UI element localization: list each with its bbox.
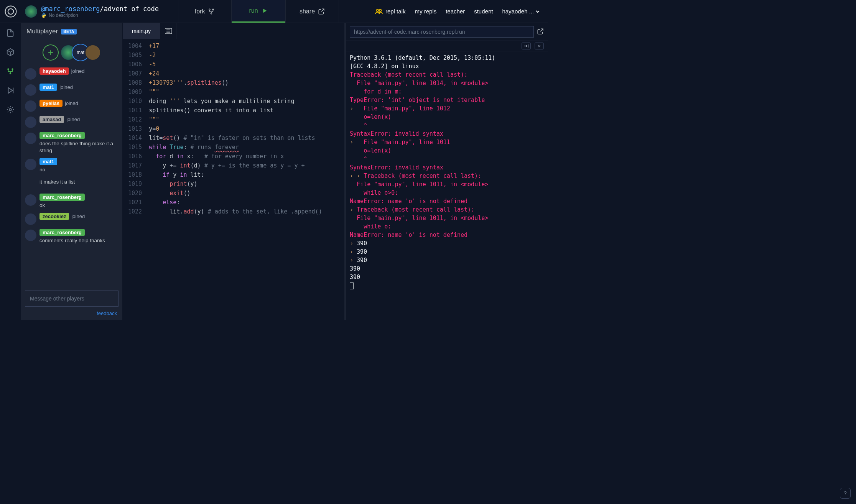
joined-label: joined (65, 100, 78, 106)
participant-avatar[interactable] (85, 44, 101, 61)
participant-avatars: + mat (21, 40, 122, 67)
terminal-output[interactable]: Python 3.6.1 (default, Dec 2015, 13:05:1… (346, 51, 548, 320)
chat-avatar (25, 68, 36, 80)
chat-message: amasadjoined (25, 116, 119, 128)
owner-link[interactable]: @marc_rosenberg (41, 5, 100, 13)
chat-message: hayaodehjoined (25, 67, 119, 80)
play-icon (261, 7, 268, 14)
multiplayer-title: Multiplayer (26, 28, 58, 35)
chat-log[interactable]: hayaodehjoinedmat1joinedpyeliasjoinedama… (21, 67, 122, 287)
svg-point-3 (7, 68, 9, 70)
repl-talk-link[interactable]: repl talk (375, 8, 406, 15)
teacher-link[interactable]: teacher (446, 8, 465, 15)
chat-message: marc_rosenbergdoes the splitline thing m… (25, 132, 119, 154)
logo-icon[interactable] (0, 5, 21, 18)
action-tabs: fork run share (178, 0, 339, 23)
user-chip[interactable]: zecookiez (40, 213, 69, 220)
editor-pane: main.py 10041005100610071008100910101011… (123, 23, 344, 320)
chat-avatar (25, 194, 36, 206)
chat-message: marc_rosenbergok (25, 194, 119, 209)
open-external-button[interactable] (537, 28, 544, 36)
multiplayer-icon[interactable] (6, 67, 15, 76)
chat-input[interactable]: Message other players (25, 291, 119, 307)
run-button[interactable]: run (232, 0, 285, 23)
people-icon (375, 8, 383, 15)
chevron-down-icon (535, 9, 540, 14)
user-menu[interactable]: hayaodeh ... (502, 8, 540, 15)
chat-avatar (25, 117, 36, 128)
chat-avatar (25, 230, 36, 241)
chat-avatar (25, 159, 36, 170)
chat-text: no (40, 166, 119, 173)
my-repls-link[interactable]: my repls (415, 8, 436, 15)
share-icon (318, 8, 325, 15)
chat-avatar (25, 133, 36, 144)
chat-text: comments really help thanks (40, 237, 119, 244)
repl-description: No description (41, 13, 159, 18)
side-rail (0, 23, 21, 320)
chat-avatar (25, 100, 36, 112)
user-chip[interactable]: mat1 (40, 84, 57, 91)
code-editor[interactable]: 1004100510061007100810091010101110121013… (123, 39, 344, 320)
repl-title[interactable]: @marc_rosenberg/advent of code (41, 5, 159, 13)
chat-message: mat1no (25, 158, 119, 173)
expand-icon (523, 44, 529, 48)
add-player-button[interactable]: + (43, 44, 59, 61)
user-chip[interactable]: hayaodeh (40, 67, 69, 75)
user-chip[interactable]: mat1 (40, 158, 57, 165)
user-chip[interactable]: pyelias (40, 100, 63, 107)
svg-point-6 (9, 108, 12, 111)
svg-point-5 (10, 72, 12, 74)
editor-menu-button[interactable] (160, 23, 176, 39)
user-chip[interactable]: amasad (40, 116, 64, 123)
user-chip[interactable]: marc_rosenberg (40, 132, 85, 139)
debugger-icon[interactable] (6, 86, 15, 95)
chat-message: it makes it a list (25, 177, 119, 190)
share-button[interactable]: share (285, 0, 339, 23)
line-gutter: 1004100510061007100810091010101110121013… (123, 39, 147, 320)
terminal-expand-button[interactable] (522, 43, 531, 49)
svg-point-4 (12, 68, 13, 70)
packages-icon[interactable] (6, 48, 15, 57)
multiplayer-panel: Multiplayer BETA + mat hayaodehjoinedmat… (21, 23, 123, 320)
chat-message: marc_rosenbergcomments really help thank… (25, 229, 119, 244)
user-chip[interactable]: marc_rosenberg (40, 229, 85, 236)
settings-icon[interactable] (6, 105, 15, 114)
chat-message: mat1joined (25, 84, 119, 96)
top-bar: @marc_rosenberg/advent of code No descri… (0, 0, 548, 23)
run-url-input[interactable]: https://advent-of-code.marc-rosenberg.re… (350, 26, 534, 38)
svg-point-1 (377, 9, 379, 11)
joined-label: joined (59, 84, 73, 90)
repl-info: @marc_rosenberg/advent of code No descri… (21, 5, 163, 18)
chat-text: does the splitline thing make it a strin… (40, 140, 119, 154)
svg-point-0 (8, 8, 13, 14)
chat-text: it makes it a list (40, 179, 119, 186)
feedback-link[interactable]: feedback (21, 309, 122, 320)
joined-label: joined (71, 213, 85, 219)
file-tab[interactable]: main.py (123, 23, 160, 39)
chat-avatar (25, 84, 36, 96)
code-content[interactable]: +17-2-5+24+130793'''.splitlines()"""doin… (147, 39, 327, 320)
joined-label: joined (66, 117, 80, 122)
files-icon[interactable] (6, 28, 15, 38)
chat-avatar (25, 213, 36, 225)
student-link[interactable]: student (474, 8, 493, 15)
owner-avatar[interactable] (25, 5, 37, 18)
chat-message: zecookiezjoined (25, 213, 119, 225)
chat-text: ok (40, 202, 119, 209)
console-pane: https://advent-of-code.marc-rosenberg.re… (344, 23, 548, 320)
top-nav: repl talk my repls teacher student hayao… (375, 8, 548, 15)
list-icon (165, 28, 172, 34)
python-icon (41, 13, 46, 18)
user-chip[interactable]: marc_rosenberg (40, 194, 85, 201)
external-link-icon (537, 28, 544, 35)
beta-badge: BETA (61, 29, 76, 34)
svg-point-2 (379, 9, 382, 11)
joined-label: joined (71, 68, 85, 74)
fork-icon (208, 8, 215, 15)
fork-button[interactable]: fork (178, 0, 232, 23)
terminal-clear-button[interactable]: ✕ (535, 43, 544, 49)
chat-message: pyeliasjoined (25, 100, 119, 112)
